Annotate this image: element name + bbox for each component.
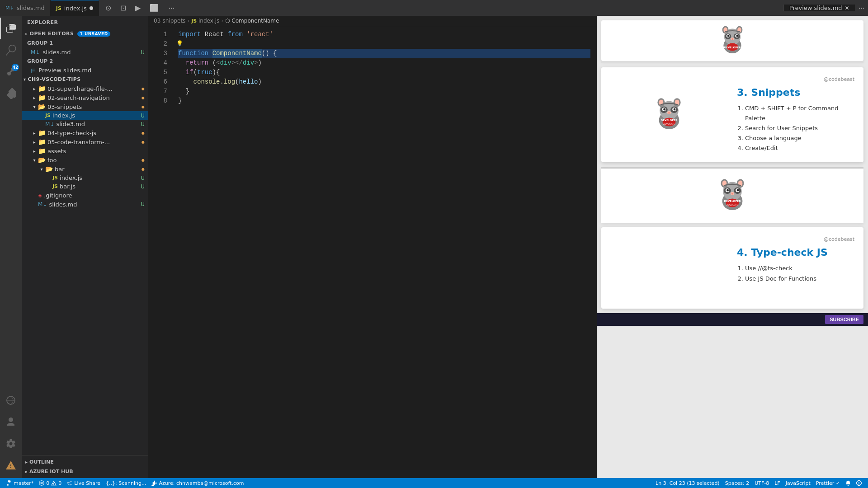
folder-01[interactable]: ▸ 📁 01-supercharge-file-... ● — [22, 84, 148, 93]
file-badge: U — [141, 201, 148, 207]
keyword-return: return — [186, 58, 208, 68]
subscribe-button[interactable]: SUBSCRIBE — [825, 315, 863, 324]
file-label: index.js — [52, 112, 141, 119]
activity-accounts[interactable] — [0, 411, 22, 433]
svg-point-28 — [674, 108, 676, 111]
activity-source-control[interactable]: 42 — [0, 61, 22, 83]
folder-icon: 📁 — [38, 129, 46, 136]
open-file-preview[interactable]: ▤ Preview slides.md — [22, 66, 148, 75]
code-line-8: } — [178, 96, 597, 106]
activity-explorer[interactable] — [0, 18, 22, 39]
azure-iot-label: AZURE IOT HUB — [29, 469, 73, 474]
status-position[interactable]: Ln 3, Col 23 (13 selected) — [653, 478, 722, 488]
status-language[interactable]: JavaScript — [783, 478, 813, 488]
status-live-share[interactable]: Live Share — [64, 478, 103, 488]
outline-label: OUTLINE — [29, 459, 54, 465]
folder-icon: 📁 — [38, 147, 46, 155]
split-button[interactable]: ⊡ — [118, 2, 129, 14]
status-spaces[interactable]: Spaces: 2 — [722, 478, 752, 488]
folder-foo[interactable]: ▾ 📂 foo ● — [22, 155, 148, 164]
status-branch[interactable]: master* — [4, 478, 36, 488]
more-button[interactable]: ··· — [165, 2, 178, 14]
slide-right-content: @codebeast 3. Snippets CMD + SHIFT + P f… — [737, 67, 863, 162]
code-content[interactable]: import React from 'react' 💡 function Com… — [171, 26, 597, 478]
preview-close-icon[interactable]: ✕ — [845, 5, 849, 11]
activity-warning[interactable] — [0, 455, 22, 476]
file-badge: U — [141, 121, 148, 127]
file-gitignore[interactable]: ▸ ◈ .gitignore — [22, 191, 148, 200]
step-1: Use //@ts-check — [745, 263, 854, 273]
code-line-4: return ( < div ></ div > ) — [178, 58, 597, 68]
breadcrumb-separator: › — [187, 18, 189, 24]
file-index-js[interactable]: JS index.js U — [22, 111, 148, 120]
keyword-import: import — [178, 30, 201, 39]
activity-settings[interactable] — [0, 433, 22, 455]
editor-scrollbar[interactable] — [590, 26, 597, 478]
step-4: Create/Edit — [745, 143, 854, 153]
run-button[interactable]: ⊙ — [103, 2, 114, 14]
azure-iot-section[interactable]: ▸ AZURE IOT HUB — [22, 467, 148, 476]
slide-mascot-top: DEVELOPER — [601, 20, 863, 61]
modified-dot: ● — [142, 140, 148, 144]
code-line-2: 💡 — [178, 39, 597, 49]
activity-extensions[interactable] — [0, 83, 22, 104]
status-azure[interactable]: Azure: chnwamba@microsoft.com — [149, 478, 246, 488]
svg-point-47 — [731, 193, 734, 195]
raccoon-mascot-top: DEVELOPER — [717, 25, 748, 56]
code-line-1: import React from 'react' — [178, 30, 597, 39]
breadcrumb-folder[interactable]: 03-snippets — [154, 18, 185, 24]
md-file-icon: M↓ — [38, 201, 47, 207]
status-errors[interactable]: 0 0 — [36, 478, 64, 488]
svg-point-12 — [736, 35, 738, 37]
folder-assets[interactable]: ▸ 📁 assets — [22, 146, 148, 155]
source-control-badge: 42 — [12, 64, 19, 71]
toolbar-actions: ⊙ ⊡ ▶ ⬜ ··· — [103, 2, 178, 14]
folder-03[interactable]: ▾ 📂 03-snippets ● — [22, 102, 148, 111]
panel-more-button[interactable]: ··· — [855, 2, 868, 14]
status-prettier[interactable]: Prettier ✓ — [813, 478, 843, 488]
folder-02[interactable]: ▸ 📁 02-search-navigation ● — [22, 93, 148, 102]
folder-05[interactable]: ▸ 📁 05-code-transform-... ● — [22, 137, 148, 146]
language-label: JavaScript — [786, 480, 811, 486]
slide-title: 3. Snippets — [737, 87, 854, 98]
breadcrumb-symbol[interactable]: ⬡ ComponentName — [225, 18, 279, 24]
activity-remote[interactable] — [0, 389, 22, 411]
status-feedback[interactable] — [854, 478, 864, 488]
breadcrumb: 03-snippets › JS index.js › ⬡ ComponentN… — [148, 16, 597, 26]
file-bar-index-js[interactable]: JS index.js U — [22, 174, 148, 182]
unsaved-indicator — [90, 6, 93, 10]
file-bar-js[interactable]: JS bar.js U — [22, 182, 148, 191]
status-notifications[interactable] — [843, 478, 854, 488]
breadcrumb-file[interactable]: JS index.js — [191, 18, 219, 24]
feedback-icon — [856, 480, 862, 486]
tab-index-js[interactable]: JS index.js — [51, 0, 99, 16]
open-file-label: slides.md — [42, 49, 141, 56]
code-editor[interactable]: 1 2 3 4 5 6 7 8 import React from 'react… — [148, 26, 597, 478]
layout-button[interactable]: ⬜ — [147, 2, 161, 14]
folder-label: bar — [55, 166, 142, 173]
workspace-folder[interactable]: ▾ CH9-VSCODE-TIPS — [22, 75, 148, 84]
play-button[interactable]: ▶ — [132, 2, 143, 14]
status-scanning[interactable]: {..}: Scanning... — [103, 478, 149, 488]
preview-tab[interactable]: Preview slides.md ✕ — [783, 5, 855, 11]
file-slide3-md[interactable]: M↓ slide3.md U — [22, 120, 148, 128]
folder-04[interactable]: ▸ 📁 04-type-check-js ● — [22, 128, 148, 137]
folder-bar[interactable]: ▾ 📂 bar ● — [22, 164, 148, 174]
svg-point-14 — [731, 38, 733, 40]
arrow-icon: ▾ — [31, 103, 38, 110]
activity-search[interactable] — [0, 39, 22, 61]
tab-slides-md[interactable]: M↓ slides.md — [0, 0, 51, 16]
folder-open-icon: 📂 — [38, 156, 46, 164]
folder-label: 04-type-check-js — [47, 130, 142, 136]
status-line-ending[interactable]: LF — [772, 478, 783, 488]
open-file-slides-md[interactable]: M↓ slides.md U — [22, 48, 148, 56]
editor-area: 03-snippets › JS index.js › ⬡ ComponentN… — [148, 16, 597, 478]
cursor-position: Ln 3, Col 23 (13 selected) — [656, 480, 720, 486]
file-slides-md[interactable]: ▸ M↓ slides.md U — [22, 200, 148, 209]
open-editors-section[interactable]: ▸ OPEN EDITORS 1 UNSAVED — [22, 29, 148, 38]
string-react: 'react' — [246, 30, 273, 39]
file-tree: ▾ CH9-VSCODE-TIPS ▸ 📁 01-supercharge-fil… — [22, 75, 148, 455]
status-encoding[interactable]: UTF-8 — [752, 478, 772, 488]
folder-label: 01-supercharge-file-... — [47, 85, 142, 92]
outline-section[interactable]: ▸ OUTLINE — [22, 457, 148, 467]
